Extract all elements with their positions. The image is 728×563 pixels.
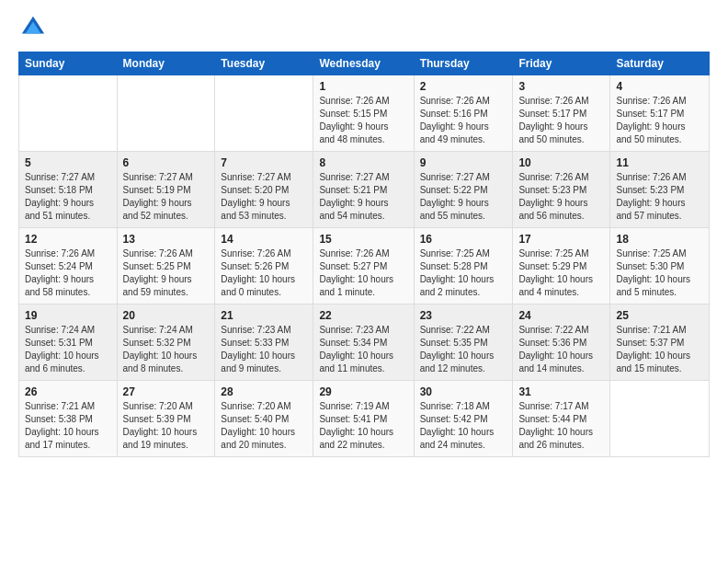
day-cell: 22Sunrise: 7:23 AM Sunset: 5:34 PM Dayli… xyxy=(313,304,414,381)
day-cell: 11Sunrise: 7:26 AM Sunset: 5:23 PM Dayli… xyxy=(610,152,710,228)
day-cell: 3Sunrise: 7:26 AM Sunset: 5:17 PM Daylig… xyxy=(513,75,610,152)
day-cell xyxy=(19,75,118,152)
day-number: 3 xyxy=(518,80,604,93)
weekday-friday: Friday xyxy=(513,52,610,75)
day-cell: 6Sunrise: 7:27 AM Sunset: 5:19 PM Daylig… xyxy=(117,152,215,228)
weekday-tuesday: Tuesday xyxy=(215,52,313,75)
day-info: Sunrise: 7:24 AM Sunset: 5:32 PM Dayligh… xyxy=(123,324,210,375)
weekday-saturday: Saturday xyxy=(610,52,710,75)
day-info: Sunrise: 7:20 AM Sunset: 5:40 PM Dayligh… xyxy=(221,400,307,452)
day-cell: 9Sunrise: 7:27 AM Sunset: 5:22 PM Daylig… xyxy=(414,152,513,228)
day-cell: 5Sunrise: 7:27 AM Sunset: 5:18 PM Daylig… xyxy=(19,152,118,228)
day-cell: 10Sunrise: 7:26 AM Sunset: 5:23 PM Dayli… xyxy=(513,152,610,228)
day-info: Sunrise: 7:27 AM Sunset: 5:22 PM Dayligh… xyxy=(420,171,507,223)
day-info: Sunrise: 7:26 AM Sunset: 5:27 PM Dayligh… xyxy=(319,247,407,299)
week-row-4: 26Sunrise: 7:21 AM Sunset: 5:38 PM Dayli… xyxy=(19,381,710,457)
day-number: 28 xyxy=(221,385,307,398)
day-info: Sunrise: 7:26 AM Sunset: 5:16 PM Dayligh… xyxy=(420,95,507,146)
day-cell: 1Sunrise: 7:26 AM Sunset: 5:15 PM Daylig… xyxy=(313,75,414,152)
day-cell: 23Sunrise: 7:22 AM Sunset: 5:35 PM Dayli… xyxy=(414,304,513,381)
day-info: Sunrise: 7:27 AM Sunset: 5:18 PM Dayligh… xyxy=(25,171,111,223)
day-number: 29 xyxy=(319,385,407,398)
day-cell: 15Sunrise: 7:26 AM Sunset: 5:27 PM Dayli… xyxy=(313,228,414,304)
day-info: Sunrise: 7:26 AM Sunset: 5:17 PM Dayligh… xyxy=(616,95,703,146)
day-info: Sunrise: 7:17 AM Sunset: 5:44 PM Dayligh… xyxy=(518,400,604,452)
day-cell: 14Sunrise: 7:26 AM Sunset: 5:26 PM Dayli… xyxy=(215,228,313,304)
day-number: 11 xyxy=(616,156,703,169)
day-info: Sunrise: 7:19 AM Sunset: 5:41 PM Dayligh… xyxy=(319,400,407,452)
page: SundayMondayTuesdayWednesdayThursdayFrid… xyxy=(0,0,728,472)
day-cell: 4Sunrise: 7:26 AM Sunset: 5:17 PM Daylig… xyxy=(610,75,710,152)
day-cell: 26Sunrise: 7:21 AM Sunset: 5:38 PM Dayli… xyxy=(19,381,118,457)
day-info: Sunrise: 7:26 AM Sunset: 5:25 PM Dayligh… xyxy=(123,247,210,299)
day-info: Sunrise: 7:26 AM Sunset: 5:26 PM Dayligh… xyxy=(221,247,307,299)
week-row-0: 1Sunrise: 7:26 AM Sunset: 5:15 PM Daylig… xyxy=(19,75,710,152)
day-number: 6 xyxy=(123,156,210,169)
day-info: Sunrise: 7:26 AM Sunset: 5:17 PM Dayligh… xyxy=(518,95,604,146)
day-cell: 12Sunrise: 7:26 AM Sunset: 5:24 PM Dayli… xyxy=(19,228,118,304)
weekday-header-row: SundayMondayTuesdayWednesdayThursdayFrid… xyxy=(19,52,710,75)
weekday-wednesday: Wednesday xyxy=(313,52,414,75)
day-info: Sunrise: 7:26 AM Sunset: 5:24 PM Dayligh… xyxy=(25,247,111,299)
day-info: Sunrise: 7:22 AM Sunset: 5:35 PM Dayligh… xyxy=(420,324,507,375)
day-number: 25 xyxy=(616,309,703,322)
day-cell xyxy=(117,75,215,152)
day-number: 5 xyxy=(25,156,111,169)
day-info: Sunrise: 7:25 AM Sunset: 5:28 PM Dayligh… xyxy=(420,247,507,299)
day-info: Sunrise: 7:26 AM Sunset: 5:15 PM Dayligh… xyxy=(319,95,407,146)
day-cell xyxy=(215,75,313,152)
day-number: 4 xyxy=(616,80,703,93)
calendar: SundayMondayTuesdayWednesdayThursdayFrid… xyxy=(18,52,710,457)
day-number: 16 xyxy=(420,233,507,246)
day-number: 10 xyxy=(518,156,604,169)
day-info: Sunrise: 7:23 AM Sunset: 5:33 PM Dayligh… xyxy=(221,324,307,375)
day-number: 23 xyxy=(420,309,507,322)
day-cell: 24Sunrise: 7:22 AM Sunset: 5:36 PM Dayli… xyxy=(513,304,610,381)
day-number: 30 xyxy=(420,385,507,398)
day-cell: 29Sunrise: 7:19 AM Sunset: 5:41 PM Dayli… xyxy=(313,381,414,457)
day-cell: 19Sunrise: 7:24 AM Sunset: 5:31 PM Dayli… xyxy=(19,304,118,381)
day-cell: 7Sunrise: 7:27 AM Sunset: 5:20 PM Daylig… xyxy=(215,152,313,228)
weekday-sunday: Sunday xyxy=(19,52,118,75)
day-number: 15 xyxy=(319,233,407,246)
day-info: Sunrise: 7:25 AM Sunset: 5:30 PM Dayligh… xyxy=(616,247,703,299)
day-number: 22 xyxy=(319,309,407,322)
header xyxy=(18,15,710,40)
logo-icon xyxy=(20,15,46,40)
day-number: 7 xyxy=(221,156,307,169)
day-number: 2 xyxy=(420,80,507,93)
day-info: Sunrise: 7:25 AM Sunset: 5:29 PM Dayligh… xyxy=(518,247,604,299)
day-info: Sunrise: 7:26 AM Sunset: 5:23 PM Dayligh… xyxy=(616,171,703,223)
day-cell: 21Sunrise: 7:23 AM Sunset: 5:33 PM Dayli… xyxy=(215,304,313,381)
day-info: Sunrise: 7:27 AM Sunset: 5:20 PM Dayligh… xyxy=(221,171,307,223)
weekday-monday: Monday xyxy=(117,52,215,75)
day-info: Sunrise: 7:23 AM Sunset: 5:34 PM Dayligh… xyxy=(319,324,407,375)
day-number: 31 xyxy=(518,385,604,398)
day-cell: 2Sunrise: 7:26 AM Sunset: 5:16 PM Daylig… xyxy=(414,75,513,152)
day-number: 24 xyxy=(518,309,604,322)
day-cell: 16Sunrise: 7:25 AM Sunset: 5:28 PM Dayli… xyxy=(414,228,513,304)
day-number: 12 xyxy=(25,233,111,246)
day-info: Sunrise: 7:21 AM Sunset: 5:38 PM Dayligh… xyxy=(25,400,111,452)
day-cell: 30Sunrise: 7:18 AM Sunset: 5:42 PM Dayli… xyxy=(414,381,513,457)
day-info: Sunrise: 7:18 AM Sunset: 5:42 PM Dayligh… xyxy=(420,400,507,452)
day-info: Sunrise: 7:21 AM Sunset: 5:37 PM Dayligh… xyxy=(616,324,703,375)
day-info: Sunrise: 7:22 AM Sunset: 5:36 PM Dayligh… xyxy=(518,324,604,375)
logo xyxy=(18,15,46,40)
day-cell: 27Sunrise: 7:20 AM Sunset: 5:39 PM Dayli… xyxy=(117,381,215,457)
day-number: 19 xyxy=(25,309,111,322)
day-cell: 18Sunrise: 7:25 AM Sunset: 5:30 PM Dayli… xyxy=(610,228,710,304)
day-number: 17 xyxy=(518,233,604,246)
day-info: Sunrise: 7:26 AM Sunset: 5:23 PM Dayligh… xyxy=(518,171,604,223)
day-number: 20 xyxy=(123,309,210,322)
day-cell: 25Sunrise: 7:21 AM Sunset: 5:37 PM Dayli… xyxy=(610,304,710,381)
day-cell: 17Sunrise: 7:25 AM Sunset: 5:29 PM Dayli… xyxy=(513,228,610,304)
day-number: 21 xyxy=(221,309,307,322)
week-row-2: 12Sunrise: 7:26 AM Sunset: 5:24 PM Dayli… xyxy=(19,228,710,304)
day-info: Sunrise: 7:27 AM Sunset: 5:19 PM Dayligh… xyxy=(123,171,210,223)
day-cell: 20Sunrise: 7:24 AM Sunset: 5:32 PM Dayli… xyxy=(117,304,215,381)
day-cell: 13Sunrise: 7:26 AM Sunset: 5:25 PM Dayli… xyxy=(117,228,215,304)
day-info: Sunrise: 7:20 AM Sunset: 5:39 PM Dayligh… xyxy=(123,400,210,452)
day-info: Sunrise: 7:27 AM Sunset: 5:21 PM Dayligh… xyxy=(319,171,407,223)
day-cell: 28Sunrise: 7:20 AM Sunset: 5:40 PM Dayli… xyxy=(215,381,313,457)
